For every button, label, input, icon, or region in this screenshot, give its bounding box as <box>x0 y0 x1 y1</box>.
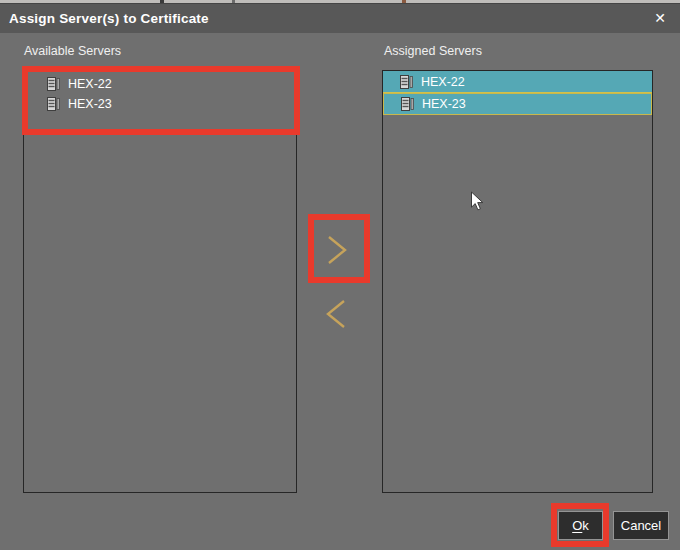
server-name: HEX-22 <box>68 77 112 91</box>
cancel-button-label: Cancel <box>621 518 661 533</box>
server-icon <box>47 77 60 91</box>
assign-servers-dialog: Assign Server(s) to Certificate ✕ Availa… <box>0 0 680 550</box>
chevron-left-icon <box>322 298 350 330</box>
ok-button-label-mnemonic: O <box>572 518 582 533</box>
assigned-servers-label: Assigned Servers <box>384 44 482 58</box>
server-icon <box>401 97 414 111</box>
dialog-titlebar: Assign Server(s) to Certificate ✕ <box>0 3 680 33</box>
cancel-button[interactable]: Cancel <box>613 511 669 540</box>
ok-button[interactable]: Ok <box>558 511 603 540</box>
list-item-selected-focused[interactable]: HEX-23 <box>383 93 652 115</box>
available-servers-label: Available Servers <box>24 44 121 58</box>
close-icon[interactable]: ✕ <box>650 8 670 28</box>
dialog-title: Assign Server(s) to Certificate <box>0 11 209 26</box>
list-item-selected[interactable]: HEX-22 <box>383 71 652 93</box>
server-name: HEX-23 <box>68 97 112 111</box>
server-icon <box>47 97 60 111</box>
ok-button-label: k <box>582 518 589 533</box>
list-item[interactable]: HEX-23 <box>24 94 296 114</box>
unassign-button[interactable] <box>322 298 350 330</box>
chevron-right-icon <box>324 234 350 266</box>
server-icon <box>400 75 413 89</box>
assigned-servers-list[interactable]: HEX-22 HEX-23 <box>382 70 653 493</box>
assign-button[interactable] <box>324 234 350 266</box>
server-name: HEX-23 <box>422 97 466 111</box>
server-name: HEX-22 <box>421 75 465 89</box>
list-item[interactable]: HEX-22 <box>24 74 296 94</box>
available-servers-list[interactable]: HEX-22 HEX-23 <box>23 70 297 493</box>
